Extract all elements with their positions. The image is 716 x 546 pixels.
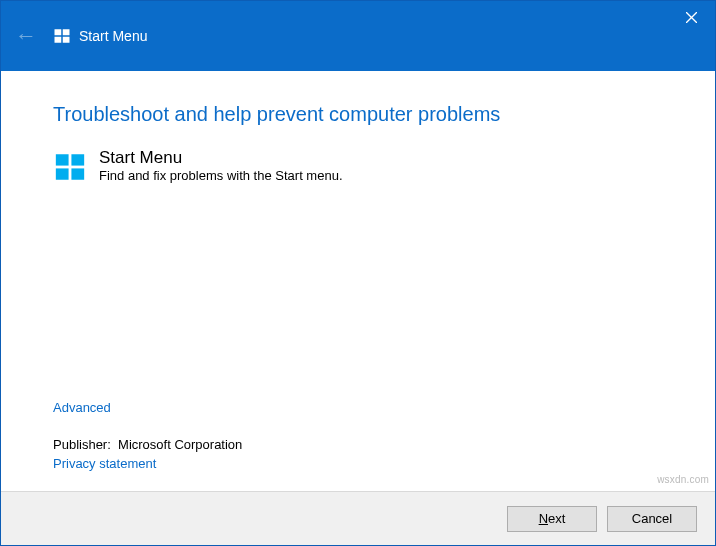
- page-heading: Troubleshoot and help prevent computer p…: [53, 103, 663, 126]
- troubleshooter-item: Start Menu Find and fix problems with th…: [53, 148, 663, 184]
- next-rest: ext: [548, 511, 565, 526]
- svg-rect-8: [56, 168, 69, 179]
- publisher-row: Publisher: Microsoft Corporation: [53, 437, 663, 452]
- watermark: wsxdn.com: [657, 474, 709, 485]
- svg-rect-7: [71, 154, 84, 165]
- svg-rect-9: [71, 168, 84, 179]
- troubleshooter-title: Start Menu: [99, 148, 343, 168]
- cancel-button[interactable]: Cancel: [607, 506, 697, 532]
- privacy-statement-link[interactable]: Privacy statement: [53, 456, 156, 471]
- back-icon[interactable]: ←: [15, 25, 37, 47]
- footer-bar: Next Cancel: [1, 491, 715, 545]
- window-title: Start Menu: [79, 28, 147, 44]
- svg-rect-0: [55, 29, 62, 35]
- windows-logo-icon: [53, 27, 71, 45]
- svg-rect-1: [63, 29, 70, 35]
- troubleshooter-text: Start Menu Find and fix problems with th…: [99, 148, 343, 183]
- close-button[interactable]: [667, 1, 715, 33]
- svg-rect-3: [63, 37, 70, 43]
- svg-rect-2: [55, 37, 62, 43]
- troubleshooter-description: Find and fix problems with the Start men…: [99, 168, 343, 183]
- svg-rect-6: [56, 154, 69, 165]
- publisher-label: Publisher:: [53, 437, 111, 452]
- titlebar: ← Start Menu: [1, 1, 715, 71]
- next-accesskey: N: [539, 511, 548, 526]
- next-button[interactable]: Next: [507, 506, 597, 532]
- content-area: Troubleshoot and help prevent computer p…: [1, 71, 715, 491]
- advanced-link[interactable]: Advanced: [53, 400, 111, 415]
- windows-logo-icon: [53, 150, 87, 184]
- publisher-value: Microsoft Corporation: [118, 437, 242, 452]
